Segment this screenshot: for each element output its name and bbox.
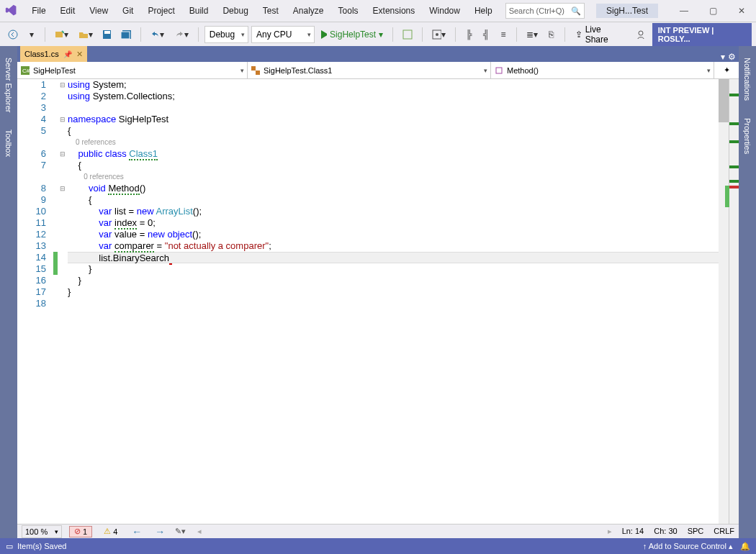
code-line[interactable]: public class Class1 <box>68 148 729 160</box>
rail-tab-toolbox[interactable]: Toolbox <box>3 124 14 163</box>
col-indicator[interactable]: Ch: 30 <box>654 527 677 536</box>
minimize-button[interactable]: — <box>670 0 698 22</box>
code-text-area[interactable]: using System;using System.Collections;na… <box>68 79 729 524</box>
code-line[interactable]: { <box>68 160 729 171</box>
code-line[interactable]: var list = new ArrayList(); <box>68 206 729 217</box>
config-dropdown[interactable]: Debug <box>204 26 248 43</box>
rail-tab-notifications[interactable]: Notifications <box>742 52 753 106</box>
project-dropdown[interactable]: C# SigHelpTest▾ <box>17 62 248 78</box>
tool-btn-5[interactable]: ≡ <box>496 26 510 43</box>
menu-file[interactable]: File <box>24 3 53 19</box>
menu-build[interactable]: Build <box>182 3 216 19</box>
zoom-dropdown[interactable]: 100 %▾ <box>22 525 62 538</box>
search-input[interactable]: Search (Ctrl+Q) 🔍 <box>505 3 585 19</box>
tab-settings-button[interactable]: ⚙ <box>728 52 736 62</box>
code-line[interactable]: namespace SigHelpTest <box>68 114 729 125</box>
source-control-button[interactable]: ↑ Add to Source Control ▴ <box>643 542 733 551</box>
prev-issue-button[interactable]: ← <box>129 526 145 537</box>
pin-icon[interactable]: 📌 <box>63 50 72 58</box>
code-line[interactable]: } <box>68 263 729 275</box>
line-ending-mode[interactable]: CRLF <box>714 527 734 536</box>
maximize-button[interactable]: ▢ <box>698 0 727 22</box>
class-dropdown[interactable]: SigHelpTest.Class1▾ <box>248 62 491 78</box>
brush-button[interactable]: ✎▾ <box>175 527 186 536</box>
code-line[interactable]: { <box>68 125 729 137</box>
save-button[interactable] <box>99 26 115 43</box>
whitespace-mode[interactable]: SPC <box>688 527 704 536</box>
overview-ruler[interactable] <box>729 79 739 524</box>
code-line[interactable]: void Method() <box>68 183 729 194</box>
menu-tools[interactable]: Tools <box>331 3 366 19</box>
code-line[interactable]: var comparer = "not actually a comparer"… <box>68 240 729 252</box>
redo-button[interactable]: ▾ <box>171 26 192 43</box>
toolbar: ▾ ▾ ▾ ▾ ▾ Debug Any CPU SigHelpTest ▾ ▾ … <box>0 22 756 46</box>
rail-tab-properties[interactable]: Properties <box>742 112 753 160</box>
tab-overflow-button[interactable]: ▾ <box>721 52 725 62</box>
split-button[interactable]: ✦ <box>714 62 739 78</box>
menu-debug[interactable]: Debug <box>215 3 255 19</box>
fold-toggle[interactable]: ⊟ <box>58 148 68 160</box>
back-nav-button[interactable] <box>4 26 22 43</box>
tool-btn-6[interactable]: ≣▾ <box>523 26 541 43</box>
share-icon: ⇪ <box>575 29 582 40</box>
menu-analyze[interactable]: Analyze <box>286 3 331 19</box>
line-indicator[interactable]: Ln: 14 <box>622 527 644 536</box>
new-item-button[interactable]: ▾ <box>51 26 72 43</box>
code-line[interactable]: } <box>68 275 729 286</box>
preview-badge[interactable]: INT PREVIEW | ROSLY... <box>652 23 752 46</box>
fold-toggle[interactable]: ⊟ <box>58 183 68 194</box>
hscroll-left[interactable]: ◂ <box>197 527 202 536</box>
code-line[interactable]: { <box>68 194 729 206</box>
menu-window[interactable]: Window <box>422 3 467 19</box>
notifications-bell-icon[interactable]: 🔔 <box>740 542 750 551</box>
menu-test[interactable]: Test <box>256 3 286 19</box>
save-all-button[interactable] <box>117 26 135 43</box>
undo-button[interactable]: ▾ <box>147 26 168 43</box>
vertical-scrollbar[interactable] <box>719 79 729 524</box>
feedback-button[interactable] <box>632 26 649 43</box>
close-tab-icon[interactable]: ✕ <box>76 50 83 59</box>
code-line[interactable] <box>68 102 729 114</box>
hscroll-right[interactable]: ▸ <box>608 527 612 536</box>
menu-view[interactable]: View <box>82 3 115 19</box>
code-editor[interactable]: 123456789101112131415161718 ⊟ ⊟ ⊟ ⊟ usin… <box>17 79 739 524</box>
solution-title: SigH...Test <box>596 4 658 18</box>
fwd-nav-button[interactable]: ▾ <box>24 26 39 43</box>
tool-btn-3[interactable]: ╠ <box>462 26 476 43</box>
menu-extensions[interactable]: Extensions <box>366 3 423 19</box>
error-count[interactable]: ⊘1 <box>69 526 92 537</box>
codelens[interactable]: 0 references <box>68 137 729 148</box>
next-issue-button[interactable]: → <box>152 526 168 537</box>
platform-dropdown[interactable]: Any CPU <box>251 26 315 43</box>
code-line[interactable]: list.BinarySearch <box>68 252 729 263</box>
svg-rect-14 <box>496 68 502 73</box>
fold-toggle[interactable]: ⊟ <box>58 79 68 91</box>
open-button[interactable]: ▾ <box>75 26 96 43</box>
code-line[interactable] <box>68 298 729 309</box>
document-tab-active[interactable]: Class1.cs 📌 ✕ <box>20 46 87 62</box>
tool-btn-2[interactable]: ▾ <box>428 26 449 43</box>
tool-btn-1[interactable] <box>399 26 416 43</box>
menu-git[interactable]: Git <box>115 3 140 19</box>
member-dropdown[interactable]: Method()▾ <box>491 62 714 78</box>
live-share-button[interactable]: ⇪ Live Share <box>571 24 629 45</box>
start-debug-button[interactable]: SigHelpTest ▾ <box>318 26 387 43</box>
codelens[interactable]: 0 references <box>68 171 729 183</box>
menu-edit[interactable]: Edit <box>53 3 83 19</box>
rail-tab-server-explorer[interactable]: Server Explorer <box>3 52 14 118</box>
line-number-gutter: 123456789101112131415161718 <box>17 79 53 524</box>
fold-toggle[interactable]: ⊟ <box>58 114 68 125</box>
warning-count[interactable]: ⚠4 <box>99 526 122 537</box>
code-line[interactable]: } <box>68 286 729 298</box>
menu-project[interactable]: Project <box>140 3 181 19</box>
left-tool-rail: Server ExplorerToolbox <box>0 46 17 538</box>
menu-help[interactable]: Help <box>467 3 500 19</box>
tool-btn-7[interactable]: ⎘ <box>544 26 559 43</box>
code-line[interactable]: var index = 0; <box>68 217 729 229</box>
code-line[interactable]: using System; <box>68 79 729 91</box>
code-line[interactable]: var value = new object(); <box>68 229 729 240</box>
tool-btn-4[interactable]: ╣ <box>479 26 493 43</box>
class-icon <box>251 65 261 76</box>
close-button[interactable]: ✕ <box>727 0 756 22</box>
code-line[interactable]: using System.Collections; <box>68 91 729 102</box>
